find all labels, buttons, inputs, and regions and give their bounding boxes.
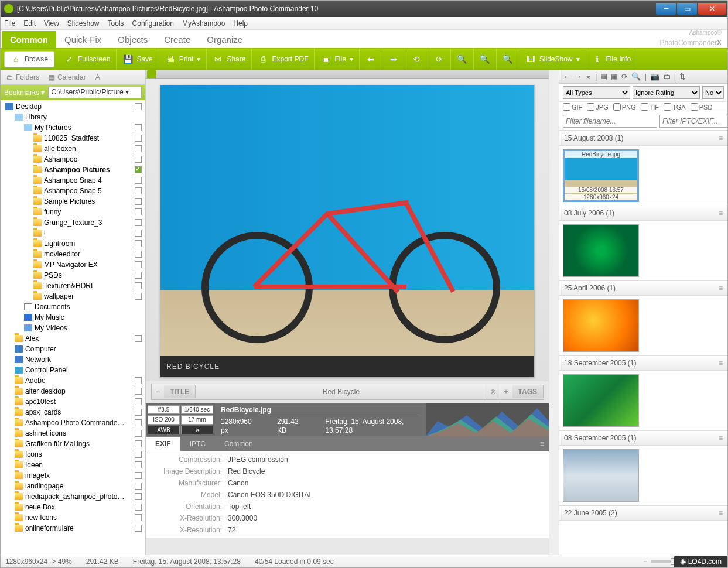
filter-rating-select[interactable]: Ignore Rating [633,86,700,99]
tree-checkbox[interactable] [135,504,142,511]
tree-checkbox[interactable] [135,419,142,426]
rotate-right-button[interactable]: ⟳ [428,49,451,70]
tree-checkbox[interactable] [135,177,142,184]
group-header[interactable]: 08 September 2005 (1)≡ [559,430,727,446]
tree-item[interactable]: wallpaper [1,291,145,302]
tree-checkbox[interactable] [135,166,142,173]
format-checkbox[interactable] [563,103,570,111]
exif-tab-iptc[interactable]: IPTC [180,437,215,451]
tree-item[interactable]: Network [1,354,145,365]
tree-item[interactable]: Desktop [1,101,145,112]
zoom-out-button[interactable]: 🔍 [451,49,474,70]
tree-item[interactable]: My Music [1,312,145,323]
format-tif[interactable]: TIF [641,103,659,111]
tree-checkbox[interactable] [135,377,142,384]
menu-slideshow[interactable]: Slideshow [67,19,100,28]
tree-checkbox[interactable] [135,251,142,258]
tree-item[interactable]: funny [1,207,145,217]
tree-checkbox[interactable] [135,272,142,279]
collapse-icon[interactable]: ≡ [719,134,723,142]
browse-button[interactable]: ⌂Browse [4,51,54,67]
tree-checkbox[interactable] [135,525,142,532]
prev-button[interactable]: ⬅ [360,49,382,70]
group-header[interactable]: 25 April 2006 (1)≡ [559,280,727,296]
forward-icon[interactable]: → [574,72,582,81]
group-header[interactable]: 08 July 2006 (1)≡ [559,206,727,221]
tree-checkbox[interactable] [135,293,142,300]
tab-create[interactable]: Create [156,31,199,48]
up-icon[interactable]: ⌅ [585,72,592,81]
tree-item[interactable]: apsx_cards [1,407,145,418]
camera-icon[interactable]: 📷 [650,72,659,81]
tree-checkbox[interactable] [135,493,142,500]
tree-item[interactable]: My Videos [1,323,145,333]
zoom-in-button[interactable]: 🔍 [497,49,519,70]
tree-item[interactable]: Icons [1,449,145,460]
format-checkbox[interactable] [613,103,621,111]
format-checkbox[interactable] [664,103,671,111]
tree-checkbox[interactable] [135,135,142,142]
exif-tab-exif[interactable]: EXIF [146,437,180,451]
sidebar-tab-a[interactable]: A [92,72,104,83]
menu-configuration[interactable]: Configuration [132,19,174,28]
search-icon[interactable]: 🔍 [631,72,641,81]
fullscreen-button[interactable]: ⤢Fullscreen [58,49,117,70]
rotate-left-button[interactable]: ⟲ [405,49,428,70]
tree-checkbox[interactable] [135,409,142,416]
format-tga[interactable]: TGA [664,103,686,111]
tree-item[interactable]: Lightroom [1,238,145,249]
grip-icon[interactable] [147,70,156,78]
clear-title-button[interactable]: ⊗ [487,384,500,399]
collapse-icon[interactable]: ≡ [719,284,723,292]
filter-iptc-input[interactable] [659,115,728,128]
tab-organize[interactable]: Organize [199,31,251,48]
format-jpg[interactable]: JPG [587,103,608,111]
tab-common[interactable]: Common [2,31,56,48]
sidebar-tab-folders[interactable]: 🗀Folders [3,72,43,83]
collapse-title-button[interactable]: − [151,384,164,399]
tree-checkbox[interactable] [135,145,142,152]
filter-type-select[interactable]: All Types [563,86,630,99]
tree-item[interactable]: Ashampoo [1,154,145,165]
thumbnail[interactable] [563,449,639,502]
fileinfo-button[interactable]: ℹFile Info [586,49,638,70]
tree-item[interactable]: Ashampoo Photo Commande… [1,418,145,428]
sidebar-tab-calendar[interactable]: ▦Calendar [45,72,90,83]
next-button[interactable]: ➡ [382,49,405,70]
tree-item[interactable]: new Icons [1,512,145,523]
tree-item[interactable]: Library [1,112,145,122]
view-list-icon[interactable]: ▤ [600,72,607,81]
zoom-fit-button[interactable]: 🔍 [474,49,497,70]
folder-tree[interactable]: DesktopLibraryMy Pictures110825_Stadtfes… [1,100,145,555]
save-button[interactable]: 💾Save [117,49,159,70]
tree-checkbox[interactable] [135,240,142,247]
image-viewer[interactable]: RED BICYCLE [146,79,549,381]
tree-item[interactable]: Adobe [1,375,145,386]
back-icon[interactable]: ← [563,72,570,81]
tree-item[interactable]: mediapack_ashampoo_photo… [1,491,145,502]
tree-item[interactable]: onlineformulare [1,523,145,533]
collapse-icon[interactable]: ≡ [719,209,723,217]
collapse-icon[interactable]: ≡ [719,509,723,517]
tree-checkbox[interactable] [135,230,142,237]
exif-collapse-icon[interactable]: ≡ [540,440,544,448]
tree-item[interactable]: i [1,228,145,238]
tree-item[interactable]: PSDs [1,270,145,280]
menu-help[interactable]: Help [233,19,248,28]
menu-tools[interactable]: Tools [108,19,124,28]
menu-file[interactable]: File [4,19,15,28]
tree-checkbox[interactable] [135,103,142,110]
thumbnail[interactable] [563,374,639,427]
tree-checkbox[interactable] [135,282,142,289]
print-button[interactable]: 🖶Print ▾ [159,49,207,70]
tree-item[interactable]: alter desktop [1,386,145,396]
collapse-icon[interactable]: ≡ [719,434,723,442]
refresh-icon[interactable]: ⟳ [621,72,628,81]
group-header[interactable]: 15 August 2008 (1)≡ [559,131,727,146]
folder2-icon[interactable]: 🗀 [663,72,671,81]
exif-tab-common[interactable]: Common [215,437,262,451]
tree-checkbox[interactable] [135,461,142,468]
tree-checkbox[interactable] [135,156,142,163]
tree-item[interactable]: movieeditor [1,249,145,259]
tree-checkbox[interactable] [135,514,142,521]
